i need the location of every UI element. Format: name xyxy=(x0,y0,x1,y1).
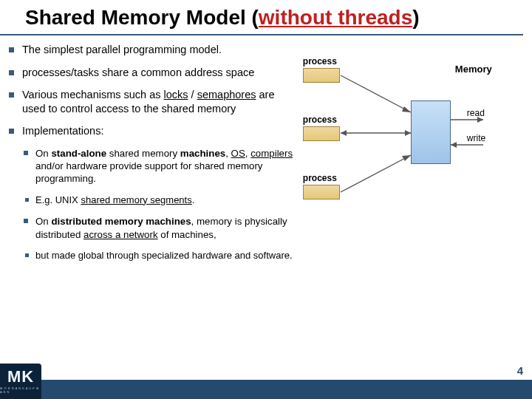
bullet-standalone: On stand-alone shared memory machines, O… xyxy=(35,147,296,185)
diagram-column: Memory process process process read writ… xyxy=(296,43,526,271)
bullet-locks: Various mechanisms such as locks / semap… xyxy=(22,88,296,115)
title-sub: without threads xyxy=(259,6,412,29)
svg-marker-3 xyxy=(405,130,411,136)
memory-label: Memory xyxy=(455,64,492,75)
title-close: ) xyxy=(412,6,419,29)
process-label-top: process xyxy=(303,56,337,66)
bullet-shared-space: processes/tasks share a common address s… xyxy=(22,66,296,80)
svg-marker-4 xyxy=(341,130,347,136)
shared-memory-diagram: Memory process process process read writ… xyxy=(300,47,492,217)
memory-box xyxy=(411,100,451,164)
read-label: read xyxy=(467,108,485,118)
bullet-column: The simplest parallel programming model.… xyxy=(6,43,296,271)
process-box-bot xyxy=(303,185,340,200)
process-box-top xyxy=(303,68,340,83)
bullet-unix-segments: E.g. UNIX shared memory segments. xyxy=(35,194,296,207)
bullet-global-hw: but made global through specialized hard… xyxy=(35,250,296,262)
process-label-mid: process xyxy=(303,115,337,125)
content-row: The simplest parallel programming model.… xyxy=(0,43,532,271)
bullet-simplest: The simplest parallel programming model. xyxy=(22,43,296,57)
write-label: write xyxy=(467,133,485,143)
bullet-distributed: On distributed memory machines, memory i… xyxy=(35,215,296,241)
publisher-logo: MK M O R G A N K A U F M A N N xyxy=(0,364,41,399)
svg-marker-1 xyxy=(402,106,411,112)
svg-marker-10 xyxy=(451,142,457,148)
title-main: Shared Memory Model ( xyxy=(25,6,259,29)
process-label-bot: process xyxy=(303,173,337,183)
logo-sub: M O R G A N K A U F M A N N xyxy=(0,386,41,394)
footer-bar xyxy=(0,380,532,399)
svg-marker-6 xyxy=(402,155,411,161)
slide: Shared Memory Model (without threads) Th… xyxy=(0,0,532,399)
logo-main: MK xyxy=(7,369,34,385)
svg-line-0 xyxy=(341,75,411,112)
bullet-implementations: Implementations: xyxy=(22,124,296,138)
process-box-mid xyxy=(303,126,340,141)
svg-line-5 xyxy=(341,155,411,192)
slide-title: Shared Memory Model (without threads) xyxy=(0,6,523,35)
page-number: 4 xyxy=(517,364,523,377)
